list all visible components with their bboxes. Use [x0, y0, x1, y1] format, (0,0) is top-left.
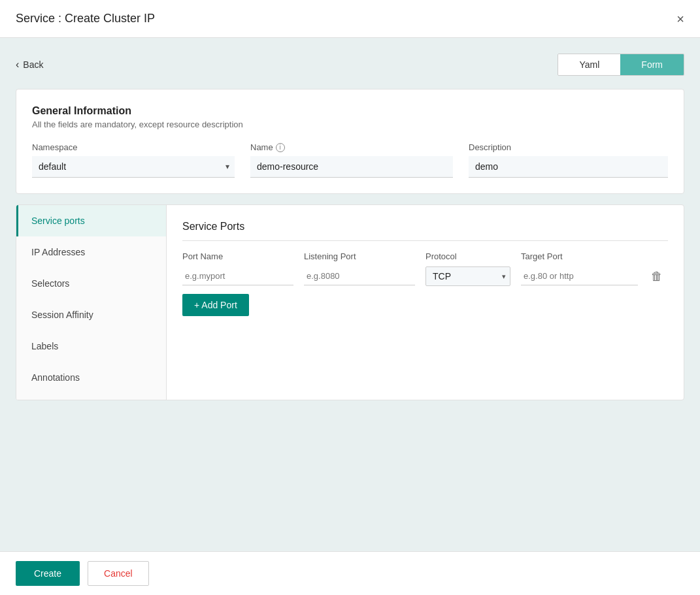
general-info-title: General Information — [32, 105, 668, 117]
close-button[interactable]: × — [676, 12, 684, 25]
delete-port-cell: 🗑 — [648, 267, 668, 286]
main-panel: Service Ports Port Name Listening Port P… — [167, 205, 684, 400]
footer: Create Cancel — [0, 551, 700, 595]
protocol-cell: TCP UDP SCTP ▾ — [425, 266, 510, 286]
create-button[interactable]: Create — [16, 561, 80, 586]
section-card: Service ports IP Addresses Selectors Ses… — [16, 204, 684, 400]
back-button[interactable]: ‹ Back — [16, 59, 43, 71]
listening-port-cell — [304, 267, 415, 285]
ports-row: TCP UDP SCTP ▾ 🗑 — [182, 266, 668, 286]
back-arrow-icon: ‹ — [16, 59, 19, 71]
add-port-button[interactable]: + Add Port — [182, 294, 249, 316]
namespace-select-wrapper: default ▾ — [32, 156, 235, 178]
general-info-card: General Information All the fields are m… — [16, 89, 684, 194]
target-port-cell — [521, 267, 638, 285]
target-port-input[interactable] — [521, 267, 638, 285]
col-header-listening-port: Listening Port — [304, 251, 415, 261]
protocol-select[interactable]: TCP UDP SCTP — [426, 267, 510, 285]
col-header-target-port: Target Port — [521, 251, 638, 261]
dialog-title: Service : Create Cluster IP — [16, 12, 155, 25]
sidebar-item-ip-addresses[interactable]: IP Addresses — [16, 236, 166, 268]
sidebar-item-service-ports[interactable]: Service ports — [16, 205, 166, 236]
protocol-select-wrapper: TCP UDP SCTP ▾ — [425, 266, 510, 286]
name-label: Name i — [250, 142, 453, 152]
col-header-action — [648, 251, 668, 261]
listening-port-input[interactable] — [304, 267, 415, 285]
description-input[interactable] — [469, 156, 668, 178]
ports-table-header: Port Name Listening Port Protocol Target… — [182, 251, 668, 261]
cancel-button[interactable]: Cancel — [88, 561, 149, 586]
sidebar-item-annotations[interactable]: Annotations — [16, 362, 166, 393]
description-label: Description — [469, 142, 668, 152]
sidebar: Service ports IP Addresses Selectors Ses… — [16, 205, 167, 400]
form-tab[interactable]: Form — [620, 54, 684, 75]
top-bar: ‹ Back Yaml Form — [16, 54, 684, 76]
delete-icon: 🗑 — [651, 270, 663, 283]
view-toggle: Yaml Form — [558, 54, 684, 76]
sidebar-item-selectors[interactable]: Selectors — [16, 268, 166, 299]
name-input[interactable] — [250, 156, 453, 178]
sidebar-item-session-affinity[interactable]: Session Affinity — [16, 299, 166, 330]
col-header-protocol: Protocol — [425, 251, 510, 261]
service-ports-title: Service Ports — [182, 221, 668, 241]
content-area: ‹ Back Yaml Form General Information All… — [0, 38, 700, 453]
namespace-select[interactable]: default — [32, 156, 235, 177]
name-group: Name i — [250, 142, 453, 178]
yaml-tab[interactable]: Yaml — [558, 54, 620, 75]
port-name-cell — [182, 267, 293, 285]
sidebar-item-labels[interactable]: Labels — [16, 330, 166, 362]
col-header-port-name: Port Name — [182, 251, 293, 261]
general-info-form-row: Namespace default ▾ Name i Description — [32, 142, 668, 178]
back-label: Back — [23, 59, 43, 70]
dialog-header: Service : Create Cluster IP × — [0, 0, 700, 38]
port-name-input[interactable] — [182, 267, 293, 285]
general-info-subtitle: All the fields are mandatory, except res… — [32, 120, 668, 129]
add-port-label: + Add Port — [194, 300, 237, 310]
delete-port-button[interactable]: 🗑 — [648, 267, 665, 286]
description-group: Description — [469, 142, 668, 178]
name-info-icon: i — [276, 143, 285, 152]
namespace-label: Namespace — [32, 142, 235, 152]
namespace-group: Namespace default ▾ — [32, 142, 235, 178]
